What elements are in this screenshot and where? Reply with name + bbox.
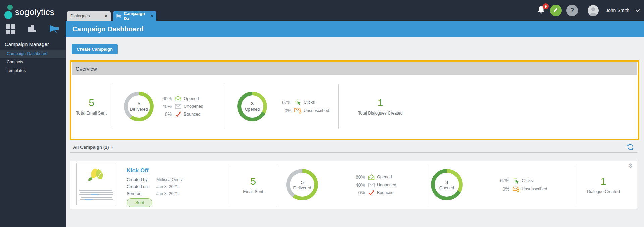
- topbar: Dialogues × Campaign Da × 9 ?: [0, 0, 644, 21]
- campaign-thumbnail[interactable]: [76, 163, 116, 205]
- cursor-click-icon: [511, 178, 521, 184]
- email-sent-value: 5: [250, 176, 256, 187]
- tab-strip: Dialogues × Campaign Da ×: [67, 11, 156, 21]
- logo-dots-icon: [4, 4, 14, 20]
- create-campaign-button[interactable]: Create Campaign: [72, 44, 118, 54]
- campaign-info: Kick-Off Created by: Melissa Oediv Creat…: [127, 163, 183, 207]
- chevron-down-icon[interactable]: [636, 8, 640, 12]
- brand-logo[interactable]: sogolytics: [4, 4, 54, 20]
- topbar-actions: 9 ? John Smith: [537, 0, 639, 21]
- thumbnail-fine-print: [78, 188, 115, 201]
- delivered-label: Delivered: [130, 107, 148, 112]
- total-email-sent-stat: 5 Total Email Sent: [71, 97, 112, 116]
- question-icon: ?: [570, 7, 574, 14]
- legend-row: 67% Clicks: [496, 178, 547, 184]
- row-delivered-section: 5 Delivered 60% Opened 40% Unopened 0%: [277, 169, 427, 200]
- opened-legend: 67% Clicks 0% Unsubscribed: [278, 97, 329, 116]
- opened-donut-chart: 3 Opened: [431, 169, 463, 200]
- campaign-filter-dropdown[interactable]: All Campaign (1): [73, 145, 109, 150]
- closed-envelope-icon: [367, 183, 376, 187]
- field-row: Sent on: Jan 8, 2021: [127, 191, 183, 196]
- refresh-icon: [627, 143, 634, 151]
- total-email-sent-label: Total Email Sent: [76, 111, 106, 116]
- total-dialogues-section: 1 Total Dialogues Created: [339, 97, 638, 116]
- avatar[interactable]: [588, 5, 599, 16]
- legend-row: 0% Unsubscribed: [496, 186, 547, 192]
- dialogue-created-stat: 1 Dialogue Created: [580, 176, 627, 194]
- delivered-legend: 60% Opened 40% Unopened 0% Bounced: [158, 93, 203, 119]
- delivered-donut-chart: 5 Delivered: [124, 92, 154, 121]
- legend-row: 60% Opened: [352, 174, 396, 180]
- apps-grid-icon[interactable]: [6, 24, 15, 34]
- close-icon[interactable]: ×: [150, 13, 153, 18]
- campaign-fields: Created by: Melissa Oediv Created on: Ja…: [127, 177, 183, 196]
- tab-dialogues[interactable]: Dialogues ×: [67, 11, 111, 21]
- notifications-button[interactable]: 9: [537, 6, 546, 15]
- dialogue-created-section: 1 Dialogue Created: [576, 176, 637, 194]
- overview-header: Overview: [72, 62, 637, 75]
- sidebar: sogolytics Campaign Manager Campaign Das…: [0, 0, 66, 227]
- dialogue-created-label: Dialogue Created: [587, 189, 620, 194]
- closed-envelope-icon: [173, 104, 183, 109]
- delivered-legend: 60% Opened 40% Unopened 0% Bounced: [352, 172, 396, 198]
- caret-down-icon[interactable]: ▾: [111, 145, 113, 149]
- sidebar-item-campaign-dashboard[interactable]: Campaign Dashboard: [0, 50, 66, 58]
- legend-row: 0% Unsubscribed: [278, 108, 329, 114]
- delivered-value: 5: [138, 101, 140, 106]
- user-name[interactable]: John Smith: [606, 8, 629, 13]
- refresh-button[interactable]: [627, 143, 634, 151]
- overview-body: 5 Total Email Sent 5 Delivered 60% Opene…: [71, 75, 638, 138]
- sidebar-menu: Campaign Dashboard Contacts Templates: [0, 50, 66, 75]
- opened-envelope-icon: [173, 96, 183, 101]
- status-badge: Sent: [127, 198, 152, 207]
- gear-icon[interactable]: ⚙: [628, 163, 633, 169]
- megaphone-icon[interactable]: [49, 25, 59, 34]
- bounce-arrow-icon: [367, 190, 376, 195]
- overview-opened-section: 3 Opened 67% Clicks 0% Unsubscribed: [225, 92, 338, 121]
- campaign-title-link[interactable]: Kick-Off: [127, 167, 183, 174]
- tab-dialogues-label: Dialogues: [70, 13, 90, 18]
- leaf-logo-icon: [86, 167, 107, 185]
- sidebar-section-label: Campaign Manager: [5, 41, 49, 47]
- dialogue-created-value: 1: [601, 176, 606, 187]
- opened-label: Opened: [245, 107, 260, 112]
- legend-row: 60% Opened: [158, 96, 203, 101]
- bounce-arrow-icon: [173, 111, 183, 117]
- page-title: Campaign Dashboard: [66, 21, 644, 37]
- legend-row: 0% Bounced: [352, 190, 396, 195]
- opened-envelope-icon: [367, 174, 376, 180]
- tab-campaign-label: Campaign Da: [124, 11, 149, 21]
- notification-count-badge: 9: [543, 3, 549, 9]
- overview-panel: Overview 5 Total Email Sent 5 Delivered …: [70, 60, 639, 140]
- campaign-dashboard-page: { "brand": { "logo_text": "sogolytics" }…: [0, 0, 644, 227]
- email-sent-stat: 5 Email Sent: [229, 176, 277, 194]
- sidebar-item-contacts[interactable]: Contacts: [0, 58, 66, 66]
- legend-row: 67% Clicks: [278, 99, 329, 105]
- field-row: Created on: Jan 8, 2021: [127, 184, 183, 189]
- legend-row: 40% Unopened: [158, 104, 203, 109]
- tab-campaign-dashboard[interactable]: Campaign Da ×: [113, 11, 156, 21]
- cursor-click-icon: [293, 99, 303, 105]
- pencil-icon: [553, 7, 559, 14]
- page-header: Campaign Dashboard: [66, 21, 644, 37]
- email-sent-label: Email Sent: [243, 189, 263, 194]
- delivered-donut-chart: 5 Delivered: [286, 169, 318, 200]
- unsubscribe-envelope-icon: [293, 108, 303, 114]
- module-switcher: [6, 24, 59, 34]
- campaign-filter-bar: All Campaign (1) ▾: [70, 142, 637, 153]
- total-dialogues-value: 1: [378, 97, 383, 108]
- close-icon[interactable]: ×: [105, 13, 107, 18]
- legend-row: 40% Unopened: [352, 182, 396, 188]
- opened-value: 3: [251, 101, 254, 106]
- campaign-row: ⚙: [70, 161, 637, 209]
- bell-icon: [537, 10, 545, 15]
- row-opened-section: 3 Opened 67% Clicks 0% Unsubscribed: [427, 169, 576, 200]
- help-button[interactable]: ?: [566, 5, 578, 16]
- compose-button[interactable]: [550, 5, 562, 16]
- megaphone-icon: [116, 14, 122, 18]
- sidebar-item-templates[interactable]: Templates: [0, 66, 66, 75]
- bar-chart-icon[interactable]: [28, 24, 37, 34]
- opened-legend: 67% Clicks 0% Unsubscribed: [496, 175, 547, 194]
- field-row: Created by: Melissa Oediv: [127, 177, 183, 182]
- total-dialogues-label: Total Dialogues Created: [358, 111, 402, 116]
